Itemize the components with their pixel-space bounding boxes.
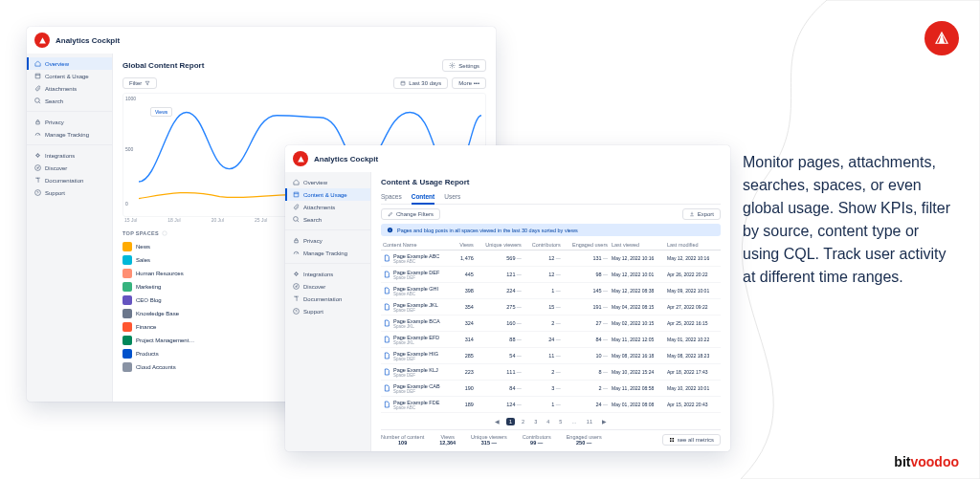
pager-page[interactable]: 3	[531, 418, 540, 425]
sidebar-item-integrations[interactable]: Integrations	[285, 268, 370, 280]
sidebar-item-overview[interactable]: Overview	[285, 176, 370, 188]
app-name: Analytics Cockpit	[314, 155, 378, 163]
sidebar-item-documentation[interactable]: Documentation	[285, 293, 370, 305]
table-row[interactable]: Page Example EFDSpace JKL 314 88 24 84 M…	[381, 332, 721, 348]
top-space-row[interactable]: Project Management… 912	[122, 334, 300, 347]
settings-button[interactable]: Settings	[442, 59, 486, 72]
top-space-row[interactable]: CEO Blog 2,202	[122, 294, 300, 307]
pager-page[interactable]: 2	[519, 418, 527, 425]
sidebar-item-overview[interactable]: Overview	[27, 57, 112, 70]
pager-prev[interactable]: ◀	[492, 417, 502, 425]
column-header[interactable]: Contributors	[523, 240, 563, 250]
sidebar-item-support[interactable]: Support	[285, 305, 370, 317]
see-all-metrics-button[interactable]: see all metrics	[662, 434, 721, 446]
row-views: 324	[455, 316, 476, 332]
top-space-row[interactable]: Human Resources 3,204	[122, 267, 300, 280]
date-range-button[interactable]: Last 30 days	[393, 77, 448, 89]
table-row[interactable]: Page Example HIGSpace DEF 285 54 11 10 M…	[381, 348, 721, 364]
space-name: Knowledge Base	[136, 311, 179, 316]
pager-page[interactable]: 5	[556, 418, 565, 425]
sidebar-item-support[interactable]: Support	[27, 186, 112, 199]
top-space-row[interactable]: Cloud Accounts 301	[122, 360, 300, 374]
sidebar-item-content-usage[interactable]: Content & Usage	[285, 188, 370, 201]
row-engaged-users: 27	[563, 316, 610, 332]
window-header: Analytics Cockpit	[285, 145, 730, 172]
book-icon	[293, 295, 300, 302]
x-tick: 15 Jul	[124, 217, 137, 223]
top-space-row[interactable]: Knowledge Base 1,234	[122, 307, 300, 320]
top-space-row[interactable]: Sales 3,987	[122, 253, 300, 267]
more-button[interactable]: More •••	[452, 77, 486, 89]
pager-next[interactable]: ▶	[599, 417, 610, 425]
pager-page[interactable]: 4	[544, 418, 552, 425]
more-label: More •••	[458, 80, 479, 86]
column-header[interactable]: Engaged users	[563, 240, 610, 250]
space-avatar-icon	[122, 295, 132, 305]
sidebar-item-privacy[interactable]: Privacy	[27, 116, 112, 128]
sidebar-item-manage-tracking[interactable]: Manage Tracking	[27, 128, 112, 141]
sidebar-item-discover[interactable]: Discover	[285, 280, 370, 293]
table-row[interactable]: Page Example DEFSpace DEF 445 121 12 98 …	[381, 267, 721, 283]
sidebar-item-search[interactable]: Search	[27, 95, 112, 107]
pager-page[interactable]: 11	[584, 418, 595, 425]
column-header[interactable]: Unique viewers	[476, 240, 523, 250]
table-row[interactable]: Page Example FDESpace ABC 189 124 1 24 M…	[381, 397, 721, 413]
space-name: CEO Blog	[136, 297, 162, 303]
filter-button[interactable]: Filter	[122, 77, 157, 89]
column-header[interactable]: Views	[455, 240, 476, 250]
sidebar-item-search[interactable]: Search	[285, 213, 370, 226]
change-filters-button[interactable]: Change Filters	[381, 208, 440, 220]
column-header[interactable]: Last viewed	[610, 240, 665, 250]
row-space: Space DEF	[393, 357, 438, 361]
sidebar-item-attachments[interactable]: Attachments	[285, 201, 370, 213]
table-row[interactable]: Page Example ABCSpace ABC 1,476 569 12 1…	[381, 250, 721, 267]
table-row[interactable]: Page Example CABSpace DEF 190 84 3 2 May…	[381, 381, 721, 397]
row-views: 314	[455, 332, 476, 348]
sidebar-item-label: Attachments	[45, 86, 77, 92]
sidebar-item-integrations[interactable]: Integrations	[27, 149, 112, 162]
summary-metric: Views12,364	[439, 434, 456, 446]
table-row[interactable]: Page Example GHISpace ABC 398 224 1 145 …	[381, 283, 721, 299]
tab-users[interactable]: Users	[444, 190, 460, 204]
sidebar-item-privacy[interactable]: Privacy	[285, 234, 370, 247]
pager-page[interactable]: …	[568, 418, 580, 425]
table-row[interactable]: Page Example KLJSpace DEF 223 111 2 8 Ma…	[381, 364, 721, 381]
column-header[interactable]: Last modified	[665, 240, 721, 250]
x-tick: 18 Jul	[167, 217, 180, 223]
row-engaged-users: 10	[563, 348, 610, 364]
sidebar-item-content-usage[interactable]: Content & Usage	[27, 70, 112, 82]
table-row[interactable]: Page Example BCASpace JKL 324 160 2 27 M…	[381, 316, 721, 332]
top-space-row[interactable]: Marketing 2,354	[122, 280, 300, 294]
export-button[interactable]: Export	[682, 208, 721, 220]
metric-value: 315 —	[481, 440, 497, 446]
x-tick: 25 Jul	[255, 217, 267, 223]
y-tick: 0	[125, 201, 128, 207]
row-unique-viewers: 275	[476, 299, 523, 316]
app-logo-icon	[293, 151, 308, 166]
row-unique-viewers: 121	[476, 267, 523, 283]
pager-page[interactable]: 1	[506, 418, 515, 425]
row-last-viewed: May 12, 2022 10:16	[610, 250, 665, 267]
sidebar-item-documentation[interactable]: Documentation	[27, 174, 112, 186]
row-contributors: 2	[523, 316, 563, 332]
content-icon	[293, 191, 300, 198]
tab-content[interactable]: Content	[412, 190, 435, 205]
row-last-viewed: May 11, 2022 12:05	[610, 332, 665, 348]
top-space-row[interactable]: News 4,503	[122, 240, 300, 253]
compass-icon	[293, 283, 300, 290]
metric-value: 250 —	[576, 440, 591, 446]
sidebar-item-attachments[interactable]: Attachments	[27, 82, 112, 95]
top-space-row[interactable]: Products 421	[122, 347, 300, 360]
sidebar-item-label: Support	[45, 190, 65, 196]
sidebar-item-manage-tracking[interactable]: Manage Tracking	[285, 247, 370, 259]
column-header[interactable]: Content Name	[381, 240, 455, 250]
table-row[interactable]: Page Example JKLSpace DEF 354 275 15 191…	[381, 299, 721, 316]
help-icon	[293, 308, 300, 315]
search-icon	[34, 98, 41, 104]
sidebar-item-discover[interactable]: Discover	[27, 162, 112, 174]
page-title: Content & Usage Report	[381, 178, 721, 186]
sidebar-item-label: Content & Usage	[303, 192, 347, 198]
sidebar: OverviewContent & UsageAttachmentsSearch…	[285, 172, 371, 451]
top-space-row[interactable]: Finance 1,231	[122, 320, 300, 334]
tab-spaces[interactable]: Spaces	[381, 190, 402, 204]
